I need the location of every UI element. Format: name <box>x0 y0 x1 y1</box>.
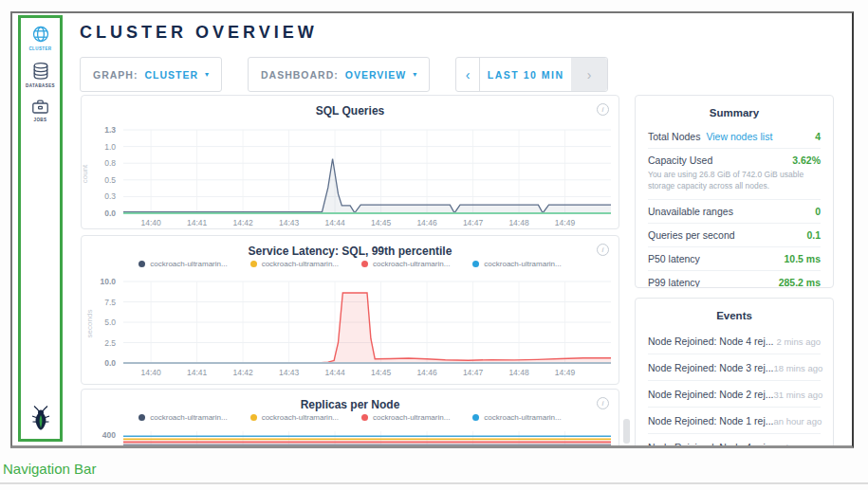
event-message: Node Rejoined: Node 3 rej... <box>648 362 774 373</box>
summary-row: P99 latency285.2 ms <box>648 270 821 288</box>
summary-row-value: 10.5 ms <box>784 253 821 264</box>
summary-row-label: Total Nodes <box>648 131 700 142</box>
event-time: 2 mins ago <box>777 336 821 347</box>
summary-row-label: Capacity Used <box>648 154 712 166</box>
event-time: 31 mins ago <box>774 390 823 400</box>
chart-plot-area[interactable] <box>82 96 617 216</box>
time-range-next-button chevron-right-icon[interactable]: › <box>571 58 607 91</box>
graph-dropdown[interactable]: GRAPH: CLUSTER ▾ <box>80 57 222 92</box>
summary-row-value: 0 <box>815 206 821 217</box>
x-axis-tick-label: 14:48 <box>502 218 536 227</box>
sidebar-item-jobs[interactable]: JOBS <box>31 99 49 122</box>
time-range-selector: ‹ LAST 10 MIN › <box>455 57 608 92</box>
summary-row: P50 latency10.5 ms <box>648 246 821 270</box>
x-axis-tick-label: 14:48 <box>502 368 536 377</box>
y-axis-tick-label: 0.0 <box>82 358 116 368</box>
summary-row-value: 0.1 <box>806 229 821 241</box>
event-time: 18 mins ago <box>774 363 823 373</box>
x-axis-tick-label: 14:49 <box>548 368 582 377</box>
dashboard-dropdown-label: DASHBOARD: <box>261 69 339 81</box>
navigation-sidebar annotation-highlight-box: CLUSTER DATABASES <box>18 15 63 442</box>
annotation-label: Navigation Bar <box>3 461 96 477</box>
service-latency-chart-card: Service Latency: SQL, 99th percentile i … <box>81 235 619 385</box>
summary-row-value: 3.62% <box>792 154 821 166</box>
event-rows: Node Rejoined: Node 4 rej...2 mins agoNo… <box>648 328 821 448</box>
event-time: an hour ago <box>774 443 822 449</box>
toolbar: GRAPH: CLUSTER ▾ DASHBOARD: OVERVIEW ▾ ‹… <box>80 57 608 92</box>
divider <box>0 482 868 484</box>
chart-plot-area[interactable] <box>82 236 617 366</box>
event-row[interactable]: Node Rejoined: Node 4 rej...an hour ago <box>648 433 821 448</box>
y-axis-tick-label: 2.5 <box>82 338 116 348</box>
x-axis-tick-label: 14:41 <box>180 218 214 227</box>
x-axis-tick-label: 14:45 <box>364 368 398 377</box>
x-axis-tick-label: 14:43 <box>272 368 306 377</box>
time-range-label[interactable]: LAST 10 MIN <box>480 58 571 91</box>
sidebar-item-databases[interactable]: DATABASES <box>26 62 55 88</box>
x-axis-tick-label: 14:46 <box>410 368 444 377</box>
x-axis-tick-label: 14:47 <box>456 218 490 227</box>
briefcase-icon <box>31 99 49 115</box>
sidebar-item-label: JOBS <box>34 118 47 122</box>
x-axis-tick-label: 14:45 <box>364 218 398 227</box>
time-range-prev-button chevron-left-icon[interactable]: ‹ <box>456 58 480 91</box>
summary-row: Queries per second0.1 <box>648 223 821 246</box>
x-axis-tick-label: 14:41 <box>180 368 214 377</box>
event-row[interactable]: Node Rejoined: Node 2 rej...31 mins ago <box>648 380 821 407</box>
summary-row-value: 285.2 ms <box>779 277 821 288</box>
y-axis-tick-label: 0.0 <box>82 209 116 218</box>
database-icon <box>32 62 49 81</box>
graph-dropdown-label: GRAPH: <box>93 69 138 81</box>
events-title: Events <box>648 310 821 321</box>
sidebar-item-label: DATABASES <box>26 83 55 88</box>
y-axis-tick-label: 0.3 <box>82 191 116 201</box>
sql-queries-chart-card: SQL Queries i count 1.31.00.80.50.30.014… <box>81 95 619 229</box>
x-axis-tick-label: 14:40 <box>134 218 168 227</box>
x-axis-tick-label: 14:46 <box>410 218 444 227</box>
vertical-scrollbar-thumb[interactable] <box>623 419 630 444</box>
y-axis-tick-label: 7.5 <box>82 298 116 307</box>
x-axis-tick-label: 14:44 <box>318 368 352 377</box>
chart-plot-area[interactable] <box>82 390 617 448</box>
event-message: Node Rejoined: Node 1 rej... <box>648 415 774 426</box>
dashboard-dropdown[interactable]: DASHBOARD: OVERVIEW ▾ <box>248 57 430 92</box>
annotated-screenshot-page: CLUSTER DATABASES <box>0 0 868 490</box>
summary-row: Total NodesView nodes list4 <box>648 125 821 148</box>
event-row[interactable]: Node Rejoined: Node 1 rej...an hour ago <box>648 407 821 433</box>
event-time: an hour ago <box>774 416 822 426</box>
sidebar-item-cluster[interactable]: CLUSTER <box>28 25 51 51</box>
x-axis-tick-label: 14:49 <box>548 218 582 227</box>
x-axis-tick-label: 14:42 <box>226 218 260 227</box>
admin-ui-window: CLUSTER DATABASES <box>10 11 854 448</box>
y-axis-tick-label: 5.0 <box>82 318 116 327</box>
summary-row: Unavailable ranges0 <box>648 199 821 223</box>
event-message: Node Rejoined: Node 4 rej... <box>648 336 774 347</box>
x-axis-tick-label: 14:44 <box>318 218 352 227</box>
y-axis-tick-label: 1.3 <box>82 125 116 135</box>
cockroach-icon <box>29 405 52 430</box>
summary-row-label: Unavailable ranges <box>648 206 733 217</box>
y-axis-tick-label: 400 <box>82 430 116 440</box>
dashboard-dropdown-value: OVERVIEW <box>345 69 406 81</box>
y-axis-tick-label: 1.0 <box>82 142 116 152</box>
summary-row-value: 4 <box>815 131 821 142</box>
view-nodes-link[interactable]: View nodes list <box>706 131 772 142</box>
graph-dropdown-value: CLUSTER <box>144 69 198 81</box>
summary-panel: Summary Total NodesView nodes list4Capac… <box>635 95 834 288</box>
summary-rows: Total NodesView nodes list4Capacity Used… <box>648 125 821 288</box>
summary-row: Capacity Used3.62%You are using 26.8 GiB… <box>648 148 821 199</box>
sidebar-item-label: CLUSTER <box>28 46 51 51</box>
y-axis-tick-label: 10.0 <box>82 277 116 286</box>
summary-title: Summary <box>648 107 821 118</box>
summary-row-label: P50 latency <box>648 253 700 264</box>
event-row[interactable]: Node Rejoined: Node 3 rej...18 mins ago <box>648 354 821 380</box>
event-row[interactable]: Node Rejoined: Node 4 rej...2 mins ago <box>648 328 821 354</box>
event-message: Node Rejoined: Node 2 rej... <box>648 389 774 400</box>
chevron-down-icon: ▾ <box>205 70 209 79</box>
cockroachdb-logo[interactable] <box>29 405 52 434</box>
y-axis-tick-label: 0.8 <box>82 158 116 168</box>
globe-icon <box>31 25 50 44</box>
summary-row-note: You are using 26.8 GiB of 742.0 GiB usab… <box>648 169 821 199</box>
y-axis-tick-label: 0.5 <box>82 175 116 185</box>
events-panel: Events Node Rejoined: Node 4 rej...2 min… <box>635 298 834 448</box>
